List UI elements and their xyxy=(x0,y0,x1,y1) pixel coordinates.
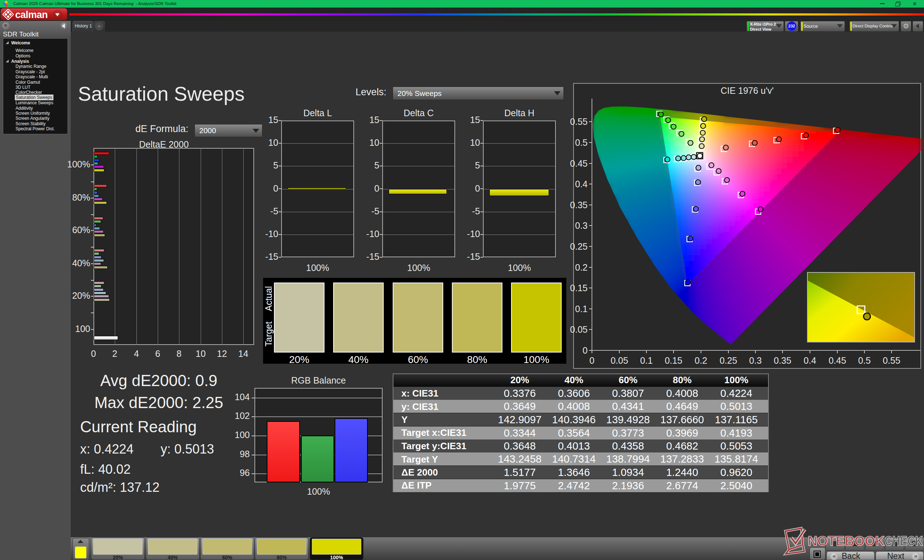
svg-text:0.35: 0.35 xyxy=(774,355,792,365)
svg-text:NOTEBOOK: NOTEBOOK xyxy=(808,534,885,548)
svg-text:0.4: 0.4 xyxy=(575,179,588,189)
svg-text:0.5: 0.5 xyxy=(858,355,871,365)
svg-text:0.2: 0.2 xyxy=(695,355,707,365)
svg-text:0.05: 0.05 xyxy=(570,324,588,334)
svg-text:0.25: 0.25 xyxy=(570,241,588,252)
svg-text:0.15: 0.15 xyxy=(570,283,588,293)
svg-text:0.5: 0.5 xyxy=(575,138,588,148)
svg-text:0.2: 0.2 xyxy=(575,262,588,273)
svg-text:0.45: 0.45 xyxy=(829,355,846,365)
svg-text:CIE 1976 u'v': CIE 1976 u'v' xyxy=(720,85,774,96)
svg-text:0.05: 0.05 xyxy=(611,355,628,365)
svg-text:0.25: 0.25 xyxy=(720,355,737,365)
svg-text:CHECK: CHECK xyxy=(885,534,923,548)
svg-text:0.15: 0.15 xyxy=(665,355,682,365)
svg-text:0.35: 0.35 xyxy=(570,200,588,210)
svg-text:0: 0 xyxy=(590,355,594,365)
svg-text:0.55: 0.55 xyxy=(883,355,900,365)
svg-text:0.3: 0.3 xyxy=(575,220,588,231)
svg-text:0.55: 0.55 xyxy=(570,117,588,127)
svg-text:0.4: 0.4 xyxy=(804,355,816,365)
svg-text:0.45: 0.45 xyxy=(570,159,588,169)
svg-text:0: 0 xyxy=(582,345,588,355)
svg-text:0.1: 0.1 xyxy=(575,304,588,314)
svg-text:0.3: 0.3 xyxy=(749,355,762,365)
svg-text:0.1: 0.1 xyxy=(640,355,653,365)
